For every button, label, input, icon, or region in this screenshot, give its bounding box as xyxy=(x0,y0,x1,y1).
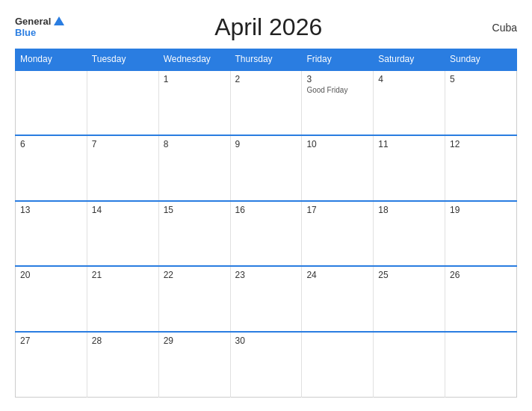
col-wednesday: Wednesday xyxy=(158,49,230,70)
day-number: 11 xyxy=(378,139,440,149)
calendar-cell: 4 xyxy=(374,70,445,136)
day-number: 7 xyxy=(92,139,154,149)
logo-triangle-icon xyxy=(54,16,64,25)
day-number: 18 xyxy=(378,205,440,215)
day-number: 6 xyxy=(20,139,82,149)
calendar-week-5: 27282930 xyxy=(16,332,517,398)
calendar-cell: 1 xyxy=(158,70,230,136)
day-number: 14 xyxy=(92,205,154,215)
col-friday: Friday xyxy=(302,49,374,70)
calendar-week-1: 123Good Friday45 xyxy=(16,70,517,136)
calendar-cell: 2 xyxy=(230,70,302,136)
calendar-cell: 20 xyxy=(16,266,87,332)
calendar-cell: 17 xyxy=(302,201,374,267)
day-number: 25 xyxy=(378,270,440,280)
calendar-cell xyxy=(16,70,87,136)
day-number: 19 xyxy=(450,205,512,215)
day-number: 2 xyxy=(235,74,297,84)
day-number: 20 xyxy=(20,270,82,280)
day-number: 16 xyxy=(235,205,297,215)
header: General Blue April 2026 Cuba xyxy=(15,13,517,41)
holiday-label: Good Friday xyxy=(306,86,368,94)
calendar-cell: 7 xyxy=(87,135,158,201)
calendar-cell: 22 xyxy=(158,266,230,332)
col-tuesday: Tuesday xyxy=(87,49,158,70)
logo-blue-text: Blue xyxy=(15,28,36,38)
day-number: 27 xyxy=(20,336,82,346)
day-number: 1 xyxy=(164,74,226,84)
day-number: 26 xyxy=(450,270,512,280)
calendar-cell: 30 xyxy=(230,332,302,398)
day-number: 3 xyxy=(306,74,368,84)
calendar-cell xyxy=(87,70,158,136)
calendar-cell: 24 xyxy=(302,266,374,332)
calendar-cell: 5 xyxy=(445,70,517,136)
calendar-cell xyxy=(374,332,445,398)
day-number: 13 xyxy=(20,205,82,215)
calendar-cell: 15 xyxy=(158,201,230,267)
day-number: 29 xyxy=(164,336,226,346)
calendar-week-2: 6789101112 xyxy=(16,135,517,201)
day-number: 28 xyxy=(92,336,154,346)
calendar-cell: 14 xyxy=(87,201,158,267)
day-number: 21 xyxy=(92,270,154,280)
calendar-table: Monday Tuesday Wednesday Thursday Friday… xyxy=(15,49,517,398)
calendar-title: April 2026 xyxy=(64,13,472,41)
day-number: 8 xyxy=(164,139,226,149)
calendar-week-4: 20212223242526 xyxy=(16,266,517,332)
calendar-cell xyxy=(445,332,517,398)
calendar-cell: 27 xyxy=(16,332,87,398)
day-number: 12 xyxy=(450,139,512,149)
day-number: 15 xyxy=(164,205,226,215)
col-saturday: Saturday xyxy=(374,49,445,70)
calendar-cell: 29 xyxy=(158,332,230,398)
day-number: 23 xyxy=(235,270,297,280)
col-monday: Monday xyxy=(16,49,87,70)
day-number: 17 xyxy=(306,205,368,215)
calendar-cell: 21 xyxy=(87,266,158,332)
calendar-cell: 16 xyxy=(230,201,302,267)
calendar-cell: 11 xyxy=(374,135,445,201)
calendar-cell: 10 xyxy=(302,135,374,201)
calendar-cell: 19 xyxy=(445,201,517,267)
calendar-cell: 3Good Friday xyxy=(302,70,374,136)
day-number: 10 xyxy=(306,139,368,149)
day-number: 4 xyxy=(378,74,440,84)
calendar-cell: 18 xyxy=(374,201,445,267)
day-number: 22 xyxy=(164,270,226,280)
calendar-cell: 9 xyxy=(230,135,302,201)
col-sunday: Sunday xyxy=(445,49,517,70)
calendar-header-row: Monday Tuesday Wednesday Thursday Friday… xyxy=(16,49,517,70)
page: General Blue April 2026 Cuba Monday Tues… xyxy=(0,0,532,411)
day-number: 30 xyxy=(235,336,297,346)
calendar-cell: 6 xyxy=(16,135,87,201)
col-thursday: Thursday xyxy=(230,49,302,70)
calendar-cell: 28 xyxy=(87,332,158,398)
country-label: Cuba xyxy=(472,22,517,34)
logo-general-text: General xyxy=(15,16,51,27)
calendar-cell: 13 xyxy=(16,201,87,267)
calendar-cell: 25 xyxy=(374,266,445,332)
day-number: 5 xyxy=(450,74,512,84)
calendar-week-3: 13141516171819 xyxy=(16,201,517,267)
calendar-cell xyxy=(302,332,374,398)
calendar-cell: 26 xyxy=(445,266,517,332)
logo: General Blue xyxy=(15,16,64,38)
calendar-cell: 12 xyxy=(445,135,517,201)
calendar-cell: 8 xyxy=(158,135,230,201)
day-number: 24 xyxy=(306,270,368,280)
day-number: 9 xyxy=(235,139,297,149)
calendar-cell: 23 xyxy=(230,266,302,332)
calendar-body: 123Good Friday45678910111213141516171819… xyxy=(16,70,517,398)
